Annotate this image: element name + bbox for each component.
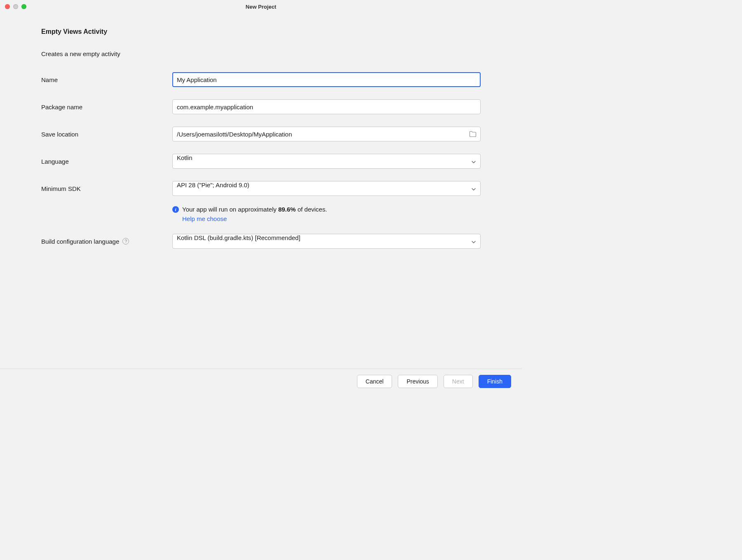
minimum-sdk-select[interactable]: API 28 ("Pie"; Android 9.0)	[172, 181, 481, 196]
maximize-window-button[interactable]	[21, 4, 26, 9]
info-suffix: of devices.	[296, 206, 327, 213]
window-title: New Project	[5, 4, 517, 10]
folder-icon[interactable]	[469, 131, 477, 137]
name-label: Name	[41, 76, 172, 83]
minimum-sdk-label: Minimum SDK	[41, 185, 172, 192]
form-row-name: Name	[41, 72, 481, 87]
minimize-window-button[interactable]	[13, 4, 18, 9]
language-select[interactable]: Kotlin	[172, 154, 481, 169]
titlebar: New Project	[0, 0, 522, 13]
footer: Cancel Previous Next Finish	[0, 369, 522, 394]
traffic-lights	[5, 4, 26, 9]
page-subtitle: Creates a new empty activity	[41, 50, 481, 57]
save-location-label: Save location	[41, 131, 172, 138]
sdk-coverage-text: Your app will run on approximately 89.6%…	[182, 206, 327, 213]
new-project-window: New Project Empty Views Activity Creates…	[0, 0, 522, 394]
info-percent: 89.6%	[278, 206, 296, 213]
form-row-language: Language Kotlin	[41, 154, 481, 169]
page-heading: Empty Views Activity	[41, 28, 481, 35]
language-label: Language	[41, 158, 172, 165]
build-config-label: Build configuration language ?	[41, 238, 172, 245]
finish-button[interactable]: Finish	[479, 375, 511, 388]
cancel-button[interactable]: Cancel	[357, 375, 392, 388]
build-config-select[interactable]: Kotlin DSL (build.gradle.kts) [Recommend…	[172, 234, 481, 249]
save-location-input[interactable]	[172, 127, 481, 141]
next-button: Next	[444, 375, 473, 388]
sdk-info: i Your app will run on approximately 89.…	[172, 206, 481, 222]
help-me-choose-link[interactable]: Help me choose	[182, 215, 481, 222]
package-name-label: Package name	[41, 104, 172, 111]
build-config-label-text: Build configuration language	[41, 238, 119, 245]
help-icon[interactable]: ?	[122, 238, 129, 245]
info-icon: i	[172, 206, 179, 213]
form-row-minimum-sdk: Minimum SDK API 28 ("Pie"; Android 9.0)	[41, 181, 481, 196]
content-area: Empty Views Activity Creates a new empty…	[0, 13, 522, 369]
previous-button[interactable]: Previous	[398, 375, 437, 388]
form-row-save-location: Save location	[41, 127, 481, 141]
close-window-button[interactable]	[5, 4, 10, 9]
info-prefix: Your app will run on approximately	[182, 206, 278, 213]
form-row-package-name: Package name	[41, 99, 481, 114]
form-row-build-config: Build configuration language ? Kotlin DS…	[41, 234, 481, 249]
package-name-input[interactable]	[172, 99, 481, 114]
name-input[interactable]	[172, 72, 481, 87]
